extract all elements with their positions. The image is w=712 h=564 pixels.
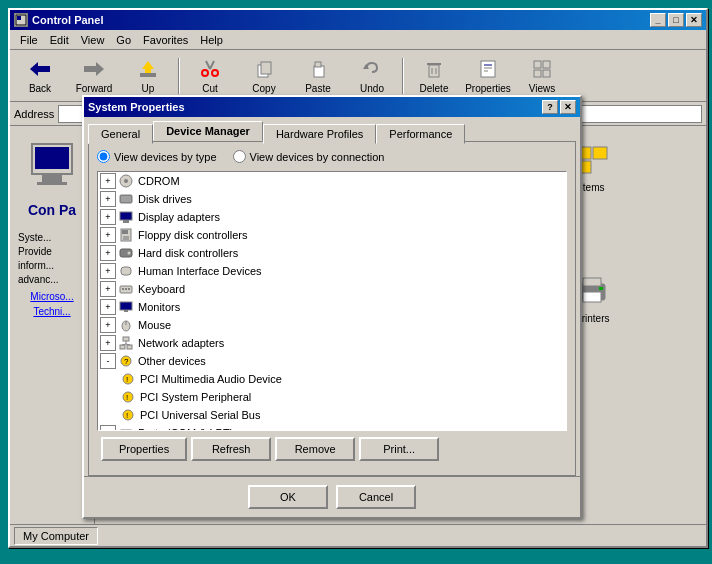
- expand-cdrom[interactable]: +: [100, 173, 116, 189]
- expand-network[interactable]: +: [100, 335, 116, 351]
- tree-item-pci-sys[interactable]: ! PCI System Peripheral: [98, 388, 566, 406]
- tree-item-hard[interactable]: + Hard disk controllers: [98, 244, 566, 262]
- forward-icon: [82, 57, 106, 81]
- menu-help[interactable]: Help: [194, 32, 229, 48]
- views-button[interactable]: Views: [516, 54, 568, 98]
- tab-hardware-profiles[interactable]: Hardware Profiles: [263, 124, 376, 144]
- svg-rect-3: [38, 66, 50, 72]
- expand-monitors[interactable]: +: [100, 299, 116, 315]
- forward-button[interactable]: Forward: [68, 54, 120, 98]
- radio-by-connection-input[interactable]: [233, 150, 246, 163]
- tab-content: View devices by type View devices by con…: [88, 141, 576, 476]
- cancel-button[interactable]: Cancel: [336, 485, 416, 509]
- paste-label: Paste: [305, 83, 331, 94]
- cut-button[interactable]: Cut: [184, 54, 236, 98]
- sidebar-link-2[interactable]: Techni...: [33, 306, 70, 317]
- tree-item-hid[interactable]: + Human Interface Devices: [98, 262, 566, 280]
- menu-favorites[interactable]: Favorites: [137, 32, 194, 48]
- tree-item-display[interactable]: + Display adapters: [98, 208, 566, 226]
- svg-rect-58: [599, 287, 603, 290]
- menu-go[interactable]: Go: [110, 32, 137, 48]
- tree-item-monitors[interactable]: + Monitors: [98, 298, 566, 316]
- maximize-button[interactable]: □: [668, 13, 684, 27]
- up-button[interactable]: Up: [122, 54, 174, 98]
- expand-floppy[interactable]: +: [100, 227, 116, 243]
- tree-item-disk[interactable]: + Disk drives: [98, 190, 566, 208]
- svg-text:?: ?: [124, 357, 129, 366]
- sidebar-link-1[interactable]: Microso...: [30, 291, 73, 302]
- tree-item-cdrom[interactable]: + CDROM: [98, 172, 566, 190]
- undo-button[interactable]: Undo: [346, 54, 398, 98]
- expand-display[interactable]: +: [100, 209, 116, 225]
- svg-rect-85: [122, 288, 124, 290]
- undo-icon: [360, 57, 384, 81]
- dialog-titlebar-buttons: ? ✕: [542, 100, 576, 114]
- copy-label: Copy: [252, 83, 275, 94]
- items-label: Items: [580, 182, 604, 193]
- cut-icon: [198, 57, 222, 81]
- views-icon: [530, 57, 554, 81]
- toolbar-separator-2: [402, 58, 404, 94]
- svg-rect-83: [121, 267, 131, 275]
- tree-item-mouse[interactable]: + Mouse: [98, 316, 566, 334]
- properties-action-button[interactable]: Properties: [101, 437, 187, 461]
- svg-rect-89: [124, 310, 128, 312]
- menu-edit[interactable]: Edit: [44, 32, 75, 48]
- remove-button[interactable]: Remove: [275, 437, 355, 461]
- paste-button[interactable]: Paste: [292, 54, 344, 98]
- floppy-icon: [118, 227, 134, 243]
- titlebar-buttons: _ □ ✕: [650, 13, 702, 27]
- svg-point-73: [124, 179, 128, 183]
- copy-icon: [252, 57, 276, 81]
- radio-by-type[interactable]: View devices by type: [97, 150, 217, 163]
- dialog-close-button[interactable]: ✕: [560, 100, 576, 114]
- back-button[interactable]: Back: [14, 54, 66, 98]
- properties-button[interactable]: Properties: [462, 54, 514, 98]
- properties-icon: [476, 57, 500, 81]
- window-icon: [14, 13, 28, 27]
- menu-view[interactable]: View: [75, 32, 111, 48]
- tab-general[interactable]: General: [88, 124, 153, 144]
- tree-item-keyboard[interactable]: + Keyboard: [98, 280, 566, 298]
- print-button[interactable]: Print...: [359, 437, 439, 461]
- expand-ports[interactable]: +: [100, 425, 116, 431]
- up-label: Up: [142, 83, 155, 94]
- svg-rect-31: [35, 147, 69, 169]
- svg-rect-29: [543, 70, 550, 77]
- expand-hard[interactable]: +: [100, 245, 116, 261]
- tree-item-other[interactable]: - ? Other devices: [98, 352, 566, 370]
- tree-item-network[interactable]: + Network adapters: [98, 334, 566, 352]
- expand-keyboard[interactable]: +: [100, 281, 116, 297]
- svg-point-11: [202, 70, 208, 76]
- svg-rect-86: [125, 288, 127, 290]
- dialog-help-button[interactable]: ?: [542, 100, 558, 114]
- minimize-button[interactable]: _: [650, 13, 666, 27]
- radio-by-type-input[interactable]: [97, 150, 110, 163]
- back-label: Back: [29, 83, 51, 94]
- svg-line-9: [206, 61, 210, 69]
- device-tree[interactable]: + CDROM + Disk drives + Display: [97, 171, 567, 431]
- dialog-titlebar: System Properties ? ✕: [84, 97, 580, 117]
- tab-device-manager[interactable]: Device Manager: [153, 121, 263, 141]
- tree-item-pci-audio[interactable]: ! PCI Multimedia Audio Device: [98, 370, 566, 388]
- paste-icon: [306, 57, 330, 81]
- svg-rect-93: [120, 345, 125, 349]
- expand-other[interactable]: -: [100, 353, 116, 369]
- expand-mouse[interactable]: +: [100, 317, 116, 333]
- refresh-button[interactable]: Refresh: [191, 437, 271, 461]
- svg-rect-8: [140, 73, 156, 77]
- delete-button[interactable]: Delete: [408, 54, 460, 98]
- tabs-container: General Device Manager Hardware Profiles…: [84, 117, 580, 141]
- radio-by-connection[interactable]: View devices by connection: [233, 150, 385, 163]
- expand-hid[interactable]: +: [100, 263, 116, 279]
- copy-button[interactable]: Copy: [238, 54, 290, 98]
- expand-disk[interactable]: +: [100, 191, 116, 207]
- close-button[interactable]: ✕: [686, 13, 702, 27]
- tab-performance[interactable]: Performance: [376, 124, 465, 144]
- menu-file[interactable]: File: [14, 32, 44, 48]
- tree-item-floppy[interactable]: + Floppy disk controllers: [98, 226, 566, 244]
- svg-rect-22: [481, 61, 495, 77]
- tree-item-pci-usb[interactable]: ! PCI Universal Serial Bus: [98, 406, 566, 424]
- tree-item-ports[interactable]: + Ports (COM & LPT): [98, 424, 566, 431]
- ok-button[interactable]: OK: [248, 485, 328, 509]
